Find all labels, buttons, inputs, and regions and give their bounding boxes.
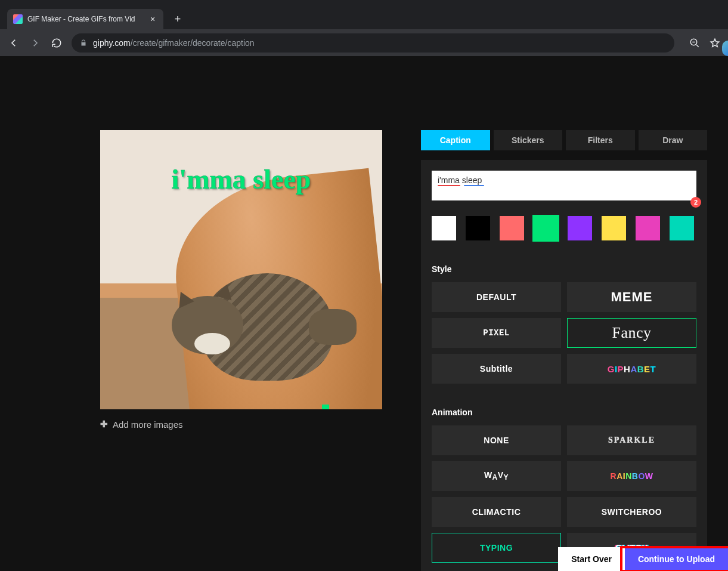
reload-button[interactable] — [50, 36, 63, 50]
back-button[interactable] — [7, 36, 20, 50]
browser-tab[interactable]: GIF Maker - Create GIFs from Vid × — [7, 9, 163, 29]
animation-rainbow[interactable]: RAINBOW — [567, 461, 696, 491]
color-teal[interactable] — [670, 216, 694, 240]
favicon-icon — [13, 14, 23, 24]
continue-upload-button[interactable]: Continue to Upload — [625, 547, 728, 571]
close-icon[interactable]: × — [148, 14, 157, 24]
style-subtitle[interactable]: Subtitle — [432, 354, 561, 384]
url-text: giphy.com/create/gifmaker/decorate/capti… — [93, 38, 255, 48]
color-black[interactable] — [466, 216, 490, 240]
style-label: Style — [432, 264, 696, 274]
spellcheck-underline — [438, 185, 484, 186]
style-pixel[interactable]: PIXEL — [432, 318, 561, 348]
lock-icon — [80, 39, 87, 47]
star-icon[interactable] — [709, 38, 721, 48]
forward-button[interactable] — [29, 36, 42, 50]
plus-icon: ✚ — [100, 419, 108, 430]
tab-caption[interactable]: Caption — [421, 130, 490, 150]
browser-toolbar: giphy.com/create/gifmaker/decorate/capti… — [0, 29, 728, 56]
animation-sparkle[interactable]: SPARKLE — [567, 425, 696, 455]
tab-title: GIF Maker - Create GIFs from Vid — [27, 15, 143, 23]
tab-filters[interactable]: Filters — [566, 130, 635, 150]
page-content: i'mma sleep ✚ Add more images Caption St… — [0, 56, 728, 571]
color-coral[interactable] — [500, 216, 524, 240]
add-more-label: Add more images — [113, 419, 183, 430]
address-bar[interactable]: giphy.com/create/gifmaker/decorate/capti… — [72, 33, 674, 53]
style-meme[interactable]: MEME — [567, 282, 696, 312]
add-more-images-button[interactable]: ✚ Add more images — [100, 419, 384, 430]
animation-typing[interactable]: TYPING — [432, 533, 561, 563]
tab-draw[interactable]: Draw — [639, 130, 708, 150]
profile-avatar[interactable] — [722, 41, 728, 56]
color-purple[interactable] — [568, 216, 592, 240]
caption-overlay[interactable]: i'mma sleep — [100, 163, 382, 195]
tab-stickers[interactable]: Stickers — [494, 130, 563, 150]
style-fancy[interactable]: Fancy — [567, 318, 696, 348]
animation-switcheroo[interactable]: SWITCHEROO — [567, 497, 696, 527]
start-over-button[interactable]: Start Over — [558, 547, 625, 571]
color-yellow[interactable] — [602, 216, 626, 240]
new-tab-button[interactable]: + — [169, 11, 186, 27]
style-giphabet[interactable]: GIPHABET — [567, 354, 696, 384]
color-white[interactable] — [432, 216, 456, 240]
color-magenta[interactable] — [636, 216, 660, 240]
timeline-marker — [322, 405, 329, 409]
grammar-badge[interactable]: 2 — [690, 197, 701, 208]
browser-tab-strip: GIF Maker - Create GIFs from Vid × + — [0, 0, 728, 29]
animation-none[interactable]: NONE — [432, 425, 561, 455]
color-green[interactable] — [534, 216, 558, 240]
style-options: DEFAULT MEME PIXEL Fancy Subtitle GIPHAB… — [432, 282, 696, 384]
animation-options: NONE SPARKLE WAVY RAINBOW CLIMACTIC SWIT… — [432, 425, 696, 563]
gif-preview[interactable]: i'mma sleep — [100, 130, 382, 409]
footer-actions: Start Over Continue to Upload — [558, 547, 728, 571]
animation-wavy[interactable]: WAVY — [432, 461, 561, 491]
color-swatches — [432, 216, 696, 240]
editor-tabs: Caption Stickers Filters Draw — [421, 130, 707, 150]
animation-climactic[interactable]: CLIMACTIC — [432, 497, 561, 527]
style-default[interactable]: DEFAULT — [432, 282, 561, 312]
animation-label: Animation — [432, 408, 696, 417]
zoom-icon[interactable] — [689, 38, 701, 48]
